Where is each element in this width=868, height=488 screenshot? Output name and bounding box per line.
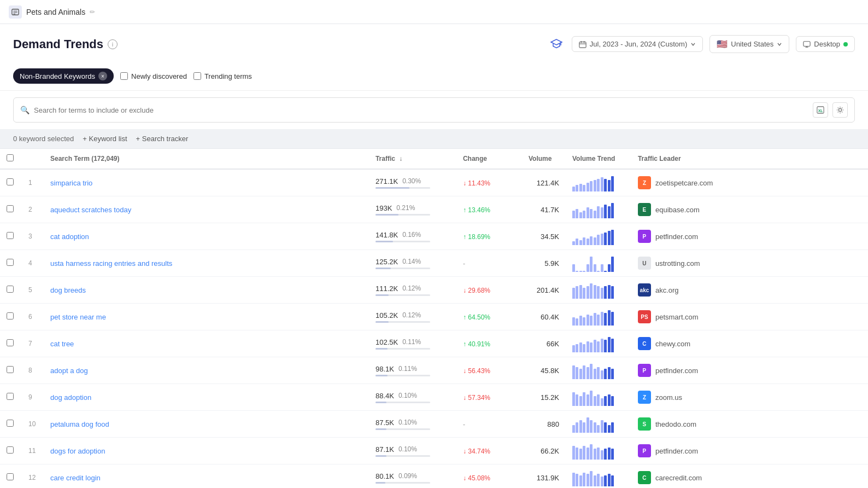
traffic-bar <box>376 321 389 323</box>
search-term-link[interactable]: pet store near me <box>50 313 106 321</box>
traffic-percent: 0.21% <box>396 204 418 212</box>
svg-rect-9 <box>804 41 810 46</box>
row-checkbox-cell[interactable] <box>0 196 22 223</box>
search-term-link[interactable]: care credit login <box>50 474 101 482</box>
table-row: 4 usta harness racing entries and result… <box>0 250 868 277</box>
search-term-link[interactable]: cat tree <box>50 340 74 348</box>
row-number: 8 <box>28 367 32 374</box>
search-term-link[interactable]: dogs for adoption <box>50 447 105 455</box>
row-number: 4 <box>28 259 32 267</box>
newly-discovered-filter[interactable]: Newly discovered <box>120 72 187 80</box>
device-button[interactable]: Desktop <box>796 36 855 52</box>
change-value: ↓ 29.68% <box>463 287 490 294</box>
search-term-link[interactable]: aqueduct scratches today <box>50 206 131 214</box>
mortarboard-icon[interactable] <box>548 36 565 53</box>
edit-icon[interactable]: ✏ <box>90 8 95 16</box>
leader-icon: C <box>638 337 651 350</box>
row-checkbox[interactable] <box>7 286 14 293</box>
row-checkbox[interactable] <box>7 420 14 427</box>
search-term-link[interactable]: usta harness racing entries and results <box>50 259 172 268</box>
row-checkbox[interactable] <box>7 339 14 346</box>
search-term-link[interactable]: simparica trio <box>50 179 92 187</box>
volume-value: 45.8K <box>541 367 559 375</box>
term-header[interactable]: Search Term (172,049) <box>44 149 369 169</box>
search-term-link[interactable]: dog breeds <box>50 286 86 294</box>
search-term-link[interactable]: dog adoption <box>50 393 91 402</box>
traffic-cell: 87.1K 0.10% <box>376 445 450 454</box>
search-input[interactable] <box>34 106 808 114</box>
traffic-percent: 0.11% <box>398 365 420 373</box>
traffic-bar <box>376 268 391 269</box>
search-term-link[interactable]: cat adoption <box>50 233 89 241</box>
row-checkbox[interactable] <box>7 312 14 319</box>
row-checkbox-cell[interactable] <box>0 464 22 489</box>
row-checkbox-cell[interactable] <box>0 357 22 384</box>
leader-cell: U ustrotting.com <box>638 257 861 270</box>
traffic-value: 98.1K <box>376 365 394 373</box>
traffic-cell: 125.2K 0.14% <box>376 258 450 266</box>
info-icon[interactable]: i <box>108 39 118 49</box>
change-value: - <box>463 421 465 428</box>
row-checkbox-cell[interactable] <box>0 438 22 464</box>
add-search-tracker-button[interactable]: + Search tracker <box>136 135 189 143</box>
volume-value: 34.5K <box>541 233 559 241</box>
settings-button[interactable] <box>832 102 848 118</box>
non-branded-filter-chip[interactable]: Non-Branded Keywords × <box>13 68 114 84</box>
volume-value: 201.4K <box>537 286 559 294</box>
row-checkbox-cell[interactable] <box>0 330 22 357</box>
table-row: 10 petaluma dog food 87.5K 0.10% - 880 S <box>0 411 868 438</box>
row-checkbox-cell[interactable] <box>0 250 22 277</box>
search-term-link[interactable]: petaluma dog food <box>50 420 109 428</box>
page-title: Demand Trends <box>13 37 103 51</box>
country-button[interactable]: 🇺🇸 United States <box>709 35 789 53</box>
search-term-link[interactable]: adopt a dog <box>50 367 88 375</box>
trending-terms-filter[interactable]: Trending terms <box>193 72 252 80</box>
row-checkbox[interactable] <box>7 232 14 239</box>
volume-value: 66.2K <box>541 447 559 455</box>
traffic-header[interactable]: Traffic ↓ <box>369 149 456 169</box>
add-keyword-list-button[interactable]: + Keyword list <box>83 135 127 143</box>
traffic-bar-wrap <box>376 241 430 242</box>
trending-terms-checkbox[interactable] <box>193 72 201 80</box>
traffic-cell: 111.2K 0.12% <box>376 284 450 293</box>
row-number: 5 <box>28 286 32 294</box>
row-checkbox-cell[interactable] <box>0 384 22 411</box>
row-checkbox-cell[interactable] <box>0 411 22 438</box>
traffic-percent: 0.10% <box>398 392 420 399</box>
row-checkbox[interactable] <box>7 366 14 373</box>
row-checkbox[interactable] <box>7 473 14 480</box>
traffic-bar <box>376 294 389 296</box>
traffic-value: 87.5K <box>376 419 394 427</box>
select-all-checkbox[interactable] <box>7 154 14 161</box>
row-checkbox[interactable] <box>7 178 14 185</box>
traffic-value: 141.8K <box>376 231 398 239</box>
row-number: 11 <box>28 447 36 455</box>
chip-close-button[interactable]: × <box>98 72 107 80</box>
leader-header[interactable]: Traffic Leader <box>631 149 868 169</box>
leader-icon: Z <box>638 176 651 189</box>
date-range-button[interactable]: Jul, 2023 - Jun, 2024 (Custom) <box>572 36 703 52</box>
leader-icon: P <box>638 230 651 243</box>
traffic-bar <box>376 482 385 484</box>
row-checkbox[interactable] <box>7 393 14 400</box>
traffic-sort-icon: ↓ <box>399 155 402 162</box>
select-all-header[interactable] <box>0 149 22 169</box>
row-checkbox-cell[interactable] <box>0 277 22 304</box>
volume-value: 15.2K <box>541 393 559 402</box>
row-checkbox[interactable] <box>7 205 14 212</box>
row-checkbox[interactable] <box>7 446 14 454</box>
change-cell: - <box>456 411 522 438</box>
export-excel-button[interactable]: XL <box>813 102 828 118</box>
leader-cell: C carecredit.com <box>638 471 861 484</box>
volume-value: 60.4K <box>541 313 559 321</box>
row-number: 6 <box>28 313 32 321</box>
volume-header[interactable]: Volume <box>522 149 566 169</box>
change-header[interactable]: Change <box>456 149 522 169</box>
row-checkbox[interactable] <box>7 259 14 266</box>
newly-discovered-checkbox[interactable] <box>120 72 128 80</box>
row-checkbox-cell[interactable] <box>0 223 22 250</box>
search-box: 🔍 XL <box>13 97 855 123</box>
row-checkbox-cell[interactable] <box>0 304 22 330</box>
row-checkbox-cell[interactable] <box>0 169 22 196</box>
trend-header[interactable]: Volume Trend <box>566 149 631 169</box>
